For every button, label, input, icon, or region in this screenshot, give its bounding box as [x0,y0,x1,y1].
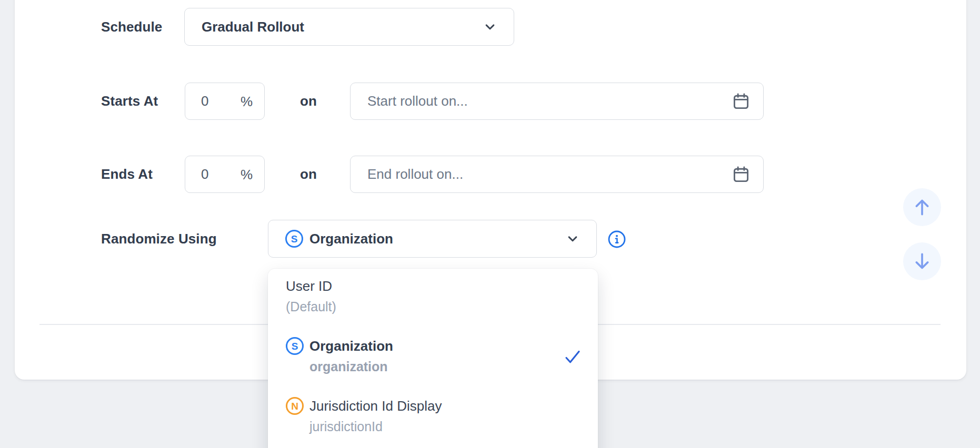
info-icon [607,230,626,249]
calendar-icon [732,92,751,111]
dropdown-item-organization[interactable]: S Organization organization [268,337,598,377]
dropdown-item-subtitle: organization [309,356,580,377]
ends-at-label: Ends At [101,166,153,182]
ends-at-percent-field: % [185,156,265,193]
randomize-using-select-value: Organization [309,231,393,247]
dropdown-item-title: User ID [286,278,332,294]
randomize-info-button[interactable] [607,230,626,249]
starts-at-date-input[interactable] [351,83,763,119]
randomize-using-select[interactable]: S Organization [268,220,597,258]
calendar-icon [732,165,751,184]
dropdown-item-jurisdiction-id-display[interactable]: N Jurisdiction Id Display jurisdictionId [268,397,598,437]
schedule-select[interactable]: Gradual Rollout [184,8,514,46]
dropdown-item-subtitle: jurisdictionId [309,416,580,437]
check-icon [563,349,582,365]
string-type-icon: S [285,230,303,248]
rollout-settings-page: Schedule Gradual Rollout Starts At % on … [0,0,980,448]
scroll-up-button[interactable] [903,188,941,226]
ends-at-calendar-button[interactable] [731,164,752,185]
randomize-dropdown-menu: User ID (Default) S Organization organiz… [268,269,598,448]
starts-at-conjunction: on [300,93,317,109]
chevron-down-icon [565,231,581,247]
starts-at-calendar-button[interactable] [731,91,752,112]
starts-at-percent-unit: % [241,93,253,109]
number-type-icon: N [286,397,304,415]
dropdown-item-title: Organization [309,338,393,354]
starts-at-label: Starts At [101,93,158,109]
starts-at-percent-field: % [185,83,265,120]
schedule-label: Schedule [101,19,162,35]
dropdown-item-subtitle: (Default) [286,296,580,317]
dropdown-item-user-id[interactable]: User ID (Default) [268,277,598,317]
randomize-using-label: Randomize Using [101,231,217,247]
dropdown-item-title: Jurisdiction Id Display [309,398,442,414]
ends-at-percent-unit: % [241,166,253,182]
chevron-down-icon [482,19,498,35]
ends-at-date-field [350,156,764,193]
ends-at-conjunction: on [300,166,317,182]
ends-at-date-input[interactable] [351,156,763,192]
starts-at-date-field [350,83,764,120]
arrow-down-icon [911,250,934,273]
schedule-select-value: Gradual Rollout [202,19,304,35]
string-type-icon: S [286,337,304,355]
scroll-down-button[interactable] [903,242,941,280]
arrow-up-icon [911,196,934,219]
